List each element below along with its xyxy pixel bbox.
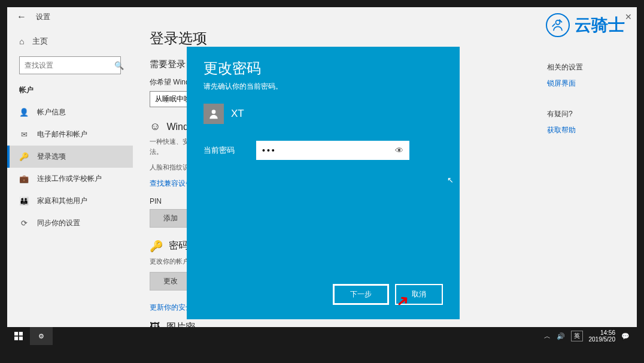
sidebar-item-label: 电子邮件和帐户	[37, 129, 87, 140]
start-button[interactable]	[7, 327, 30, 345]
sidebar: ⌂ 主页 🔍 帐户 👤 帐户信息 ✉ 电子邮件和帐户 🔑 登录选项 💼 连接工作…	[7, 26, 133, 327]
right-panel: 相关的设置 锁屏界面 有疑问? 获取帮助	[547, 26, 637, 327]
svg-rect-2	[14, 332, 18, 335]
hello-face-icon: ☺	[150, 120, 160, 133]
sidebar-home[interactable]: ⌂ 主页	[7, 31, 133, 52]
sidebar-item-label: 登录选项	[37, 152, 66, 162]
sidebar-item-account-info[interactable]: 👤 帐户信息	[7, 101, 133, 123]
branding-watermark: 云骑士	[546, 13, 625, 37]
avatar-icon	[203, 104, 224, 124]
mail-icon: ✉	[19, 130, 29, 139]
password-title: 密码	[169, 240, 188, 252]
branding-logo-icon	[546, 13, 570, 37]
svg-rect-4	[14, 337, 18, 340]
window-title: 设置	[36, 12, 50, 22]
home-icon: ⌂	[19, 37, 24, 46]
sidebar-item-label: 同步你的设置	[37, 218, 80, 228]
sync-icon: ⟳	[19, 219, 29, 228]
taskbar-clock[interactable]: 14:56 2019/5/20	[589, 329, 616, 343]
sidebar-item-email[interactable]: ✉ 电子邮件和帐户	[7, 123, 133, 146]
volume-icon[interactable]: 🔊	[557, 332, 565, 340]
picture-password-title: 图片密	[166, 321, 195, 327]
svg-point-0	[556, 20, 560, 25]
sidebar-item-label: 连接工作或学校帐户	[37, 174, 102, 184]
svg-rect-5	[19, 337, 23, 340]
current-password-label: 当前密码	[203, 145, 237, 156]
lockscreen-link[interactable]: 锁屏界面	[547, 78, 625, 89]
taskbar: ⚙ ︿ 🔊 英 14:56 2019/5/20 💬	[7, 327, 637, 345]
sidebar-section-label: 帐户	[7, 83, 133, 101]
search-input[interactable]	[25, 61, 114, 69]
change-password-dialog: 更改密码 请先确认你的当前密码。 XT 当前密码 👁 ↖ 下一步 取消	[187, 47, 460, 319]
picture-icon: 🖼	[150, 321, 160, 327]
sidebar-item-label: 帐户信息	[37, 107, 66, 117]
dialog-user-row: XT	[203, 104, 443, 124]
account-icon: 👤	[19, 108, 29, 117]
password-change-button[interactable]: 更改	[150, 272, 192, 291]
notifications-icon[interactable]: 💬	[621, 332, 630, 340]
dialog-title: 更改密码	[203, 59, 443, 78]
dialog-username: XT	[231, 108, 244, 120]
related-settings-title: 相关的设置	[547, 62, 625, 72]
current-password-input[interactable]	[262, 146, 395, 155]
password-input-wrap[interactable]: 👁	[256, 141, 409, 160]
reveal-password-icon[interactable]: 👁	[395, 146, 403, 155]
sidebar-item-label: 家庭和其他用户	[37, 196, 87, 206]
key-icon: 🔑	[19, 152, 29, 161]
pin-add-button[interactable]: 添加	[150, 209, 192, 228]
cancel-button[interactable]: 取消	[395, 284, 443, 305]
ime-indicator[interactable]: 英	[571, 331, 583, 341]
current-password-field: 当前密码 👁	[203, 141, 443, 160]
get-help-link[interactable]: 获取帮助	[547, 125, 625, 135]
page-title: 登录选项	[150, 29, 530, 48]
picture-password-section: 🖼 图片密	[150, 321, 530, 327]
hello-title: Wind	[166, 122, 188, 132]
close-button[interactable]: ✕	[625, 12, 632, 22]
tray-chevron-up-icon[interactable]: ︿	[544, 332, 551, 341]
titlebar: ← 设置 ✕	[7, 7, 637, 26]
search-input-wrap[interactable]: 🔍	[19, 56, 121, 74]
back-button[interactable]: ←	[17, 11, 26, 22]
taskbar-time: 14:56	[589, 329, 616, 336]
next-button[interactable]: 下一步	[333, 284, 389, 305]
svg-rect-3	[19, 332, 23, 335]
taskbar-date: 2019/5/20	[589, 336, 616, 343]
dialog-subtitle: 请先确认你的当前密码。	[203, 81, 443, 92]
sidebar-item-work-school[interactable]: 💼 连接工作或学校帐户	[7, 168, 133, 190]
key-section-icon: 🔑	[150, 240, 163, 253]
sidebar-item-signin-options[interactable]: 🔑 登录选项	[7, 146, 133, 168]
mouse-cursor-icon: ↖	[447, 176, 454, 184]
branding-text: 云骑士	[575, 14, 625, 37]
sidebar-item-family[interactable]: 👪 家庭和其他用户	[7, 190, 133, 212]
sidebar-item-sync[interactable]: ⟳ 同步你的设置	[7, 212, 133, 234]
briefcase-icon: 💼	[19, 174, 29, 183]
svg-point-1	[212, 110, 216, 114]
taskbar-settings-button[interactable]: ⚙	[30, 327, 53, 345]
home-label: 主页	[32, 36, 48, 47]
family-icon: 👪	[19, 196, 29, 205]
question-title: 有疑问?	[547, 109, 625, 119]
search-icon: 🔍	[114, 61, 124, 70]
